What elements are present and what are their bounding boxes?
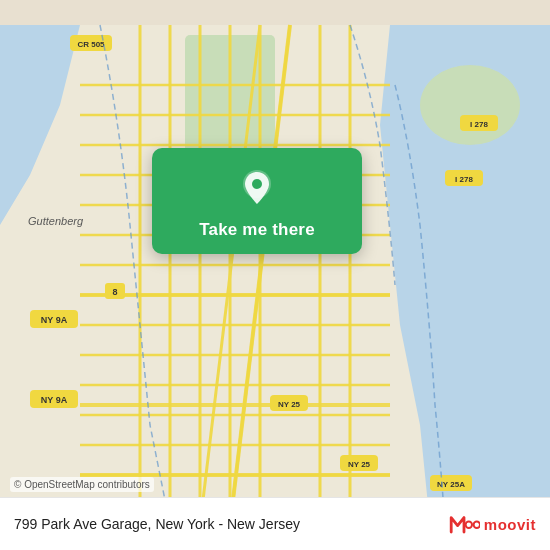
map-background: NY 9A NY 9A CR 505 I 278 I 278 NY 25 NY … <box>0 0 550 550</box>
svg-text:NY 9A: NY 9A <box>41 395 68 405</box>
svg-text:I 278: I 278 <box>455 175 473 184</box>
svg-text:NY 9A: NY 9A <box>41 315 68 325</box>
moovit-logo: moovit <box>448 508 536 540</box>
take-me-there-card[interactable]: Take me there <box>152 148 362 254</box>
copyright-text: © OpenStreetMap contributors <box>10 477 154 492</box>
location-name: 799 Park Ave Garage, New York - New Jers… <box>14 516 300 532</box>
moovit-text: moovit <box>484 516 536 533</box>
bottom-bar: 799 Park Ave Garage, New York - New Jers… <box>0 497 550 550</box>
moovit-icon <box>448 508 480 540</box>
svg-text:I 278: I 278 <box>470 120 488 129</box>
svg-text:NY 25: NY 25 <box>348 460 371 469</box>
svg-point-4 <box>420 65 520 145</box>
svg-text:Guttenberg: Guttenberg <box>28 215 84 227</box>
svg-text:8: 8 <box>112 287 117 297</box>
svg-text:NY 25: NY 25 <box>278 400 301 409</box>
svg-text:CR 505: CR 505 <box>77 40 105 49</box>
map-container: NY 9A NY 9A CR 505 I 278 I 278 NY 25 NY … <box>0 0 550 550</box>
location-info: 799 Park Ave Garage, New York - New Jers… <box>14 516 300 532</box>
svg-point-53 <box>252 179 262 189</box>
location-pin-icon <box>235 166 279 210</box>
take-me-there-label: Take me there <box>199 220 315 240</box>
